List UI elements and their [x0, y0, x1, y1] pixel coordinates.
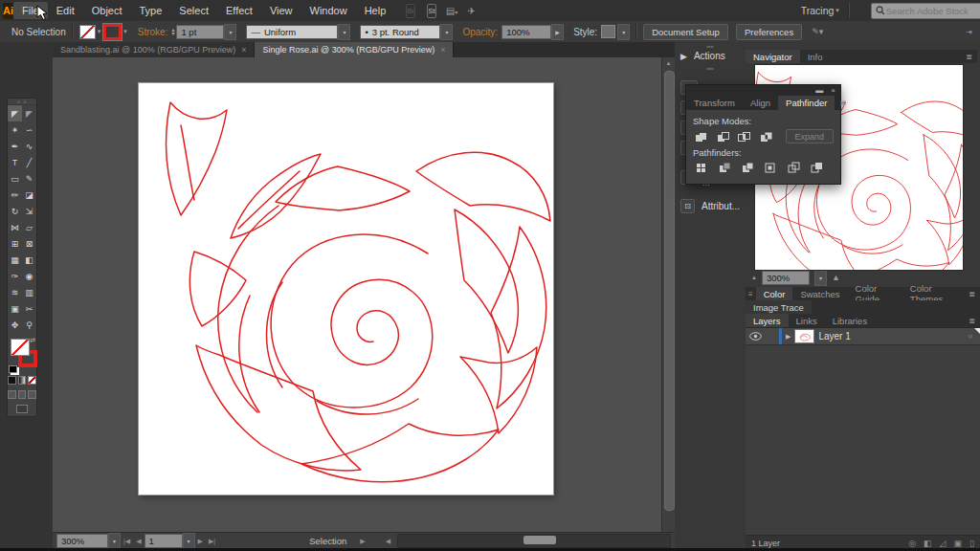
trim-icon[interactable]	[716, 161, 733, 174]
style-swatch[interactable]	[601, 25, 615, 38]
previous-artboard-icon[interactable]: ◀	[136, 538, 141, 545]
symbol-options-icon[interactable]: ✎▾	[812, 27, 823, 36]
hand-tool[interactable]: ✥	[8, 317, 22, 333]
width-profile-select[interactable]: — Uniform	[246, 25, 338, 39]
fill-dropdown-icon[interactable]: ▾	[98, 28, 101, 35]
unite-icon[interactable]	[693, 130, 709, 143]
stroke-weight-dropdown[interactable]: ▾	[224, 24, 236, 40]
gradient-button[interactable]	[18, 376, 27, 385]
panel-menu-icon[interactable]: ≣	[964, 287, 980, 300]
draw-behind-icon[interactable]	[18, 390, 27, 399]
menu-edit[interactable]: Edit	[48, 2, 83, 19]
layer-target-icon[interactable]: ○	[968, 332, 972, 341]
close-panel-icon[interactable]: ×	[831, 86, 835, 95]
delete-layer-icon[interactable]: ▯	[969, 539, 974, 548]
actions-panel-button[interactable]: ▶ Actions	[675, 48, 746, 64]
last-artboard-icon[interactable]: ▶|	[209, 538, 215, 545]
menu-select[interactable]: Select	[170, 2, 217, 19]
bridge-icon[interactable]: Br	[406, 4, 415, 18]
navigator-zoom-field[interactable]: 300%	[762, 271, 810, 285]
new-layer-icon[interactable]: ▣	[954, 539, 963, 548]
symbol-sprayer-tool[interactable]: ≋	[8, 284, 22, 300]
tab-color-guide[interactable]: Color Guide	[848, 287, 902, 300]
draw-normal-icon[interactable]	[8, 390, 16, 399]
pen-tool[interactable]: ✒	[8, 138, 22, 154]
panel-menu-icon[interactable]: ≣	[961, 50, 977, 63]
tab-transform[interactable]: Transform	[686, 96, 743, 110]
brush-definition-select[interactable]: • 3 pt. Round	[360, 25, 440, 39]
layer-name[interactable]: Layer 1	[818, 331, 850, 342]
new-sublayer-icon[interactable]: ◿	[940, 539, 947, 548]
default-fill-stroke-icon[interactable]	[9, 365, 17, 373]
search-field[interactable]	[871, 3, 980, 19]
type-tool[interactable]: T	[8, 154, 22, 170]
blend-tool[interactable]: ◉	[22, 268, 36, 284]
next-artboard-icon[interactable]: ▶	[198, 538, 203, 545]
eraser-tool[interactable]: ◪	[22, 187, 36, 203]
merge-icon[interactable]	[739, 161, 756, 174]
zoom-level-field[interactable]: 300%	[56, 534, 108, 548]
stock-icon[interactable]: St	[427, 4, 436, 18]
tab-color-themes[interactable]: Color Themes	[902, 287, 964, 300]
draw-inside-icon[interactable]	[28, 390, 36, 399]
gradient-tool[interactable]: ◧	[22, 252, 36, 268]
status-flyout-icon[interactable]: ▶	[360, 538, 365, 545]
collapse-control-panel-icon[interactable]: ⇥	[966, 28, 972, 36]
intersect-icon[interactable]	[736, 130, 752, 143]
menu-view[interactable]: View	[261, 2, 301, 19]
mesh-tool[interactable]: ▦	[8, 252, 22, 268]
tab-align[interactable]: Align	[743, 96, 778, 110]
dock-grip[interactable]: ▬	[675, 64, 746, 70]
stroke-dropdown-icon[interactable]: ▾	[123, 28, 127, 35]
fill-swatch-none[interactable]	[11, 339, 30, 356]
expand-layer-icon[interactable]: ▶	[786, 333, 791, 341]
opacity-field[interactable]: 100%	[501, 25, 551, 39]
vertical-scroll-thumb[interactable]	[664, 71, 675, 511]
expand-button[interactable]: Expand	[786, 129, 834, 143]
tools-panel-grip[interactable]: ■ ■	[8, 99, 36, 105]
locate-object-icon[interactable]: ◎	[908, 539, 916, 548]
canvas-area[interactable]: ▲	[53, 57, 675, 532]
none-button[interactable]	[28, 376, 36, 385]
search-input[interactable]	[884, 5, 980, 17]
stroke-color-swatch[interactable]	[103, 24, 122, 40]
selection-tool[interactable]: ◤	[8, 105, 22, 121]
tab-image-trace[interactable]: Image Trace	[746, 300, 812, 314]
tab-layers[interactable]: Layers	[746, 314, 789, 327]
horizontal-scroll-thumb[interactable]	[523, 536, 556, 544]
attributes-panel-button[interactable]: ⊡ Attribut...	[675, 196, 746, 216]
artboard-number-field[interactable]: 1	[145, 534, 183, 548]
close-tab-icon[interactable]: ×	[241, 45, 246, 55]
vertical-scrollbar[interactable]: ▲	[661, 57, 675, 532]
menu-effect[interactable]: Effect	[217, 2, 261, 19]
crop-icon[interactable]	[762, 161, 779, 174]
lasso-tool[interactable]: ∽	[22, 121, 36, 138]
close-tab-icon[interactable]: ×	[440, 45, 445, 55]
artboard-dropdown[interactable]: ▾	[183, 533, 195, 549]
column-graph-tool[interactable]: ▥	[22, 284, 36, 300]
stroke-weight-label[interactable]: Stroke:	[138, 27, 168, 37]
menu-object[interactable]: Object	[83, 2, 131, 19]
workspace-dropdown-icon[interactable]: ▾	[835, 7, 839, 14]
make-mask-icon[interactable]: ◧	[924, 539, 932, 548]
style-dropdown[interactable]: ▾	[617, 24, 630, 40]
tab-single-rose[interactable]: Single Rose.ai @ 300% (RGB/GPU Preview) …	[255, 42, 454, 57]
brush-dropdown[interactable]: ▾	[440, 24, 453, 40]
rotate-tool[interactable]: ↻	[8, 203, 22, 219]
panel-menu-icon[interactable]: ≣	[835, 96, 851, 110]
shape-builder-tool[interactable]: ⊞	[8, 235, 22, 252]
menu-help[interactable]: Help	[356, 2, 395, 19]
tab-sandblasting[interactable]: Sandblasting.ai @ 100% (RGB/GPU Preview)…	[53, 42, 255, 57]
menu-window[interactable]: Window	[301, 2, 356, 19]
line-segment-tool[interactable]: ╱	[22, 154, 36, 170]
artboard-tool[interactable]: ▣	[8, 300, 22, 317]
collapse-panel-icon[interactable]: ▬	[815, 86, 823, 95]
document-setup-button[interactable]: Document Setup	[643, 24, 728, 40]
visibility-eye-icon[interactable]	[749, 332, 762, 341]
preferences-button[interactable]: Preferences	[736, 24, 802, 40]
artboard[interactable]	[139, 83, 553, 495]
tab-navigator[interactable]: Navigator	[746, 50, 800, 63]
outline-icon[interactable]	[785, 161, 802, 174]
scroll-up-icon[interactable]: ▲	[662, 57, 675, 69]
screen-mode-icon[interactable]	[16, 405, 28, 413]
